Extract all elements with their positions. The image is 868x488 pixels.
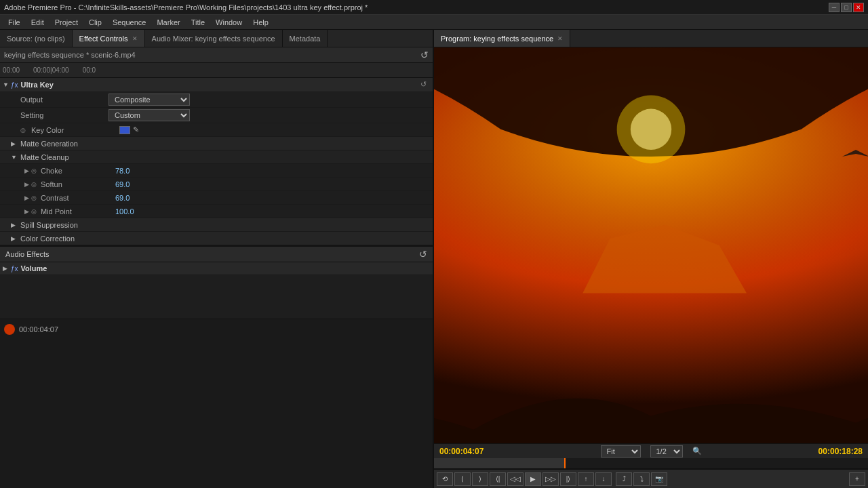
lift-button[interactable]: ↑ bbox=[578, 472, 594, 486]
output-dropdown[interactable]: Composite Alpha Channel Color Channel bbox=[108, 94, 190, 106]
go-in-button[interactable]: ⟨| bbox=[490, 472, 506, 486]
tc-1: 00:00|04:00 bbox=[33, 66, 69, 74]
minimize-button[interactable]: ─ bbox=[829, 3, 840, 12]
export-frame-button[interactable]: 📷 bbox=[651, 472, 667, 486]
left-panel: Source: (no clips) Effect Controls ✕ Aud… bbox=[0, 30, 434, 488]
contrast-value[interactable]: 69.0 bbox=[115, 194, 130, 202]
scrubber-bar[interactable] bbox=[434, 458, 868, 469]
ultra-key-reset[interactable]: ↺ bbox=[420, 80, 430, 89]
audio-effects-label: Audio Effects bbox=[5, 250, 50, 258]
program-tab-close[interactable]: ✕ bbox=[557, 35, 563, 42]
softun-arrow[interactable]: ▶ bbox=[24, 181, 31, 188]
fx-icon: ƒx bbox=[11, 81, 18, 89]
maximize-button[interactable]: □ bbox=[841, 3, 852, 12]
menu-edit[interactable]: Edit bbox=[26, 17, 50, 28]
audio-effects-reset[interactable]: ↺ bbox=[419, 249, 427, 260]
video-display bbox=[434, 47, 868, 443]
setting-dropdown[interactable]: Custom Default Aggressive Relaxed bbox=[108, 109, 190, 121]
menu-sequence[interactable]: Sequence bbox=[107, 17, 152, 28]
menu-marker[interactable]: Marker bbox=[151, 17, 185, 28]
menu-clip[interactable]: Clip bbox=[83, 17, 107, 28]
choke-arrow[interactable]: ▶ bbox=[24, 167, 31, 174]
program-tabs: Program: keying effects sequence ✕ bbox=[434, 30, 868, 47]
in-mark-button[interactable]: ⟨ bbox=[454, 472, 471, 486]
menu-window[interactable]: Window bbox=[210, 17, 248, 28]
extract-button[interactable]: ↓ bbox=[595, 472, 612, 486]
go-out-button[interactable]: |⟩ bbox=[560, 472, 576, 486]
metadata-tab[interactable]: Metadata bbox=[283, 30, 328, 47]
volume-fx-icon: ƒx bbox=[11, 265, 18, 272]
ec-timeline-header: 00:00 00:00|04:00 00:0 bbox=[0, 63, 433, 78]
spill-sup-arrow[interactable]: ▶ bbox=[11, 222, 20, 228]
audio-effects-header: Audio Effects ↺ bbox=[0, 245, 433, 262]
left-panel-tabs: Source: (no clips) Effect Controls ✕ Aud… bbox=[0, 30, 433, 47]
title-bar: Adobe Premiere Pro - C:\InfiniteSkills-a… bbox=[0, 0, 868, 15]
contrast-anim: ◎ bbox=[31, 195, 41, 201]
contrast-row: ▶ ◎ Contrast 69.0 bbox=[0, 191, 433, 205]
menu-help[interactable]: Help bbox=[248, 17, 274, 28]
loop-button[interactable]: ⟲ bbox=[437, 472, 453, 486]
menu-file[interactable]: File bbox=[3, 17, 26, 28]
insert-button[interactable]: ⤴ bbox=[616, 472, 632, 486]
out-mark-button[interactable]: ⟩ bbox=[472, 472, 488, 486]
matte-cleanup-arrow[interactable]: ▼ bbox=[11, 154, 20, 161]
audio-mixer-tab[interactable]: Audio Mixer: keying effects sequence bbox=[145, 30, 283, 47]
matte-cleanup-row: ▼ Matte Cleanup bbox=[0, 150, 433, 164]
effect-controls-close[interactable]: ✕ bbox=[132, 35, 138, 42]
effect-controls-tab[interactable]: Effect Controls ✕ bbox=[73, 30, 145, 47]
volume-row: ▶ ƒx Volume bbox=[0, 262, 433, 275]
menu-title[interactable]: Title bbox=[186, 17, 210, 28]
program-video bbox=[434, 47, 868, 443]
source-tab[interactable]: Source: (no clips) bbox=[0, 30, 73, 47]
quality-dropdown[interactable]: 1/2 Full 1/4 bbox=[650, 445, 683, 458]
tc-2: 00:0 bbox=[83, 66, 96, 74]
ultra-key-arrow[interactable]: ▼ bbox=[3, 81, 11, 88]
program-tab[interactable]: Program: keying effects sequence ✕ bbox=[434, 30, 570, 47]
color-cor-arrow[interactable]: ▶ bbox=[11, 235, 20, 242]
color-cor-row: ▶ Color Correction bbox=[0, 232, 433, 245]
setting-control: Custom Default Aggressive Relaxed bbox=[108, 109, 430, 121]
setting-label: Setting bbox=[20, 111, 108, 119]
scrubber-playhead bbox=[564, 458, 566, 468]
mid-point-row: ▶ ◎ Mid Point 100.0 bbox=[0, 205, 433, 218]
play-button[interactable]: ▶ bbox=[525, 472, 541, 486]
choke-anim: ◎ bbox=[31, 167, 41, 174]
metadata-label: Metadata bbox=[290, 35, 321, 43]
menu-project[interactable]: Project bbox=[50, 17, 83, 28]
ultra-key-header: ▼ ƒx Ultra Key ↺ bbox=[0, 78, 433, 92]
matte-gen-arrow[interactable]: ▶ bbox=[11, 140, 20, 147]
overwrite-button[interactable]: ⤵ bbox=[633, 472, 650, 486]
step-back-button[interactable]: ◁◁ bbox=[507, 472, 524, 486]
fit-dropdown[interactable]: Fit 25% 50% 100% bbox=[601, 445, 641, 458]
color-cor-label: Color Correction bbox=[20, 235, 75, 243]
effect-controls-label: Effect Controls bbox=[79, 35, 128, 43]
program-timecode-current: 00:00:04:07 bbox=[439, 447, 484, 456]
reset-icon[interactable]: ↺ bbox=[420, 49, 429, 60]
contrast-arrow[interactable]: ▶ bbox=[24, 195, 31, 201]
key-color-swatch[interactable] bbox=[119, 126, 130, 134]
matte-gen-label: Matte Generation bbox=[20, 140, 78, 148]
choke-value[interactable]: 78.0 bbox=[115, 167, 130, 175]
right-panel: Program: keying effects sequence ✕ bbox=[434, 30, 868, 488]
program-tab-label: Program: keying effects sequence bbox=[441, 35, 553, 43]
scrubber-played bbox=[434, 458, 564, 468]
ec-current-timecode[interactable]: 00:00:04:07 bbox=[19, 325, 58, 333]
softun-value[interactable]: 69.0 bbox=[115, 180, 130, 188]
output-label: Output bbox=[20, 96, 108, 104]
mid-point-label: Mid Point bbox=[41, 207, 115, 216]
source-tab-label: Source: (no clips) bbox=[7, 35, 65, 43]
softun-row: ▶ ◎ Softun 69.0 bbox=[0, 178, 433, 191]
mid-point-arrow[interactable]: ▶ bbox=[24, 208, 31, 215]
volume-arrow[interactable]: ▶ bbox=[3, 265, 11, 272]
spill-sup-label: Spill Suppression bbox=[20, 221, 78, 229]
step-fwd-button[interactable]: ▷▷ bbox=[542, 472, 559, 486]
program-monitor: 00:00:04:07 Fit 25% 50% 100% 1/2 Full 1/… bbox=[434, 47, 868, 488]
mid-point-value[interactable]: 100.0 bbox=[115, 207, 134, 216]
video-svg bbox=[434, 47, 868, 443]
playhead-dot bbox=[4, 324, 15, 335]
eyedropper-icon[interactable]: ✎ bbox=[133, 125, 139, 134]
more-button[interactable]: + bbox=[849, 472, 865, 486]
close-button[interactable]: ✕ bbox=[853, 3, 864, 12]
key-color-row: ◎ Key Color ✎ bbox=[0, 123, 433, 137]
zoom-icon[interactable]: 🔍 bbox=[692, 447, 702, 455]
